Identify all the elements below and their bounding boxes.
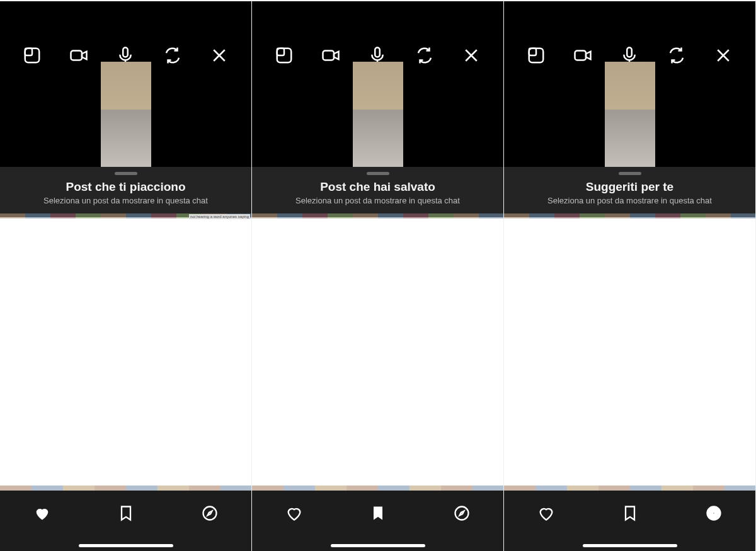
flip-camera-button[interactable] <box>155 38 190 73</box>
tab-saved[interactable] <box>94 494 158 532</box>
bookmark-icon <box>369 504 387 522</box>
video-call-area <box>252 1 503 168</box>
sheet-title: Post che hai salvato <box>252 180 503 194</box>
compass-icon <box>453 504 471 522</box>
tab-suggested[interactable] <box>430 494 493 532</box>
close-icon <box>462 46 481 65</box>
compass-icon <box>705 504 723 522</box>
video-call-area <box>504 1 755 168</box>
layout-button[interactable] <box>266 38 302 73</box>
pane-suggested-posts: Suggeriti per te Seleziona un post da mo… <box>504 0 756 551</box>
self-video-preview <box>101 62 151 168</box>
pane-liked-posts: Post che ti piacciono Seleziona un post … <box>0 0 252 551</box>
svg-point-16 <box>455 507 468 520</box>
svg-rect-2 <box>71 51 83 60</box>
home-indicator[interactable] <box>79 544 173 547</box>
bookmark-icon <box>117 504 135 522</box>
sheet-grabber[interactable] <box>367 172 389 175</box>
flip-icon <box>163 46 182 65</box>
sheet-subtitle: Seleziona un post da mostrare in questa … <box>504 196 755 205</box>
post-grid-bottom-sliver <box>504 486 755 491</box>
thumbnail-caption: not hearing a word anyones saying <box>189 214 250 219</box>
video-icon <box>573 46 592 65</box>
home-bar-bg <box>252 536 503 551</box>
sheet-tabbar <box>504 491 755 536</box>
layout-icon <box>527 46 546 65</box>
pane-saved-posts: Post che hai salvato Seleziona un post d… <box>252 0 504 551</box>
svg-point-7 <box>203 507 216 520</box>
bottom-sheet[interactable]: Post che ti piacciono Seleziona un post … <box>0 167 251 217</box>
heart-icon <box>285 504 303 522</box>
layout-button[interactable] <box>14 38 50 73</box>
home-bar-bg <box>504 536 755 551</box>
home-bar-bg <box>0 536 251 551</box>
close-icon <box>210 46 229 65</box>
bookmark-icon <box>621 504 639 522</box>
close-icon <box>714 46 733 65</box>
heart-icon <box>33 504 51 522</box>
video-button[interactable] <box>313 38 348 73</box>
sheet-grabber[interactable] <box>115 172 137 175</box>
close-button[interactable] <box>706 38 741 73</box>
post-grid-bottom-sliver <box>252 486 503 491</box>
layout-icon <box>23 46 42 65</box>
flip-icon <box>667 46 686 65</box>
layout-button[interactable] <box>518 38 554 73</box>
heart-icon <box>537 504 555 522</box>
video-icon <box>69 46 88 65</box>
video-button[interactable] <box>565 38 600 73</box>
sheet-title: Post che ti piacciono <box>0 180 251 194</box>
close-button[interactable] <box>202 38 237 73</box>
bottom-sheet[interactable]: Suggeriti per te Seleziona un post da mo… <box>504 167 755 217</box>
home-indicator[interactable] <box>583 544 677 547</box>
post-grid-top-sliver <box>504 213 755 219</box>
sheet-title: Suggeriti per te <box>504 180 755 194</box>
tab-liked[interactable] <box>11 494 74 532</box>
flip-camera-button[interactable] <box>407 38 442 73</box>
post-grid-bottom-sliver <box>0 486 251 491</box>
self-video-preview <box>605 62 655 168</box>
flip-camera-button[interactable] <box>659 38 694 73</box>
video-call-area <box>0 1 251 168</box>
compass-icon <box>201 504 219 522</box>
sheet-subtitle: Seleziona un post da mostrare in questa … <box>252 196 503 205</box>
tab-liked[interactable] <box>515 494 578 532</box>
tab-saved[interactable] <box>346 494 410 532</box>
video-button[interactable] <box>61 38 96 73</box>
post-grid[interactable] <box>0 219 251 491</box>
flip-icon <box>415 46 434 65</box>
home-indicator[interactable] <box>331 544 425 547</box>
close-button[interactable] <box>454 38 489 73</box>
svg-rect-12 <box>375 48 381 57</box>
svg-rect-21 <box>627 48 633 57</box>
layout-icon <box>275 46 294 65</box>
post-grid-top-sliver <box>252 213 503 219</box>
sheet-tabbar <box>0 491 251 536</box>
tab-saved[interactable] <box>598 494 662 532</box>
tab-suggested[interactable] <box>682 494 745 532</box>
bottom-sheet[interactable]: Post che hai salvato Seleziona un post d… <box>252 167 503 217</box>
svg-rect-11 <box>323 51 335 60</box>
svg-rect-3 <box>123 48 129 57</box>
self-video-preview <box>353 62 403 168</box>
sheet-grabber[interactable] <box>619 172 641 175</box>
svg-rect-20 <box>575 51 587 60</box>
svg-marker-8 <box>207 511 212 516</box>
svg-marker-17 <box>459 511 464 516</box>
sheet-subtitle: Seleziona un post da mostrare in questa … <box>0 196 251 205</box>
tab-liked[interactable] <box>263 494 326 532</box>
sheet-tabbar <box>252 491 503 536</box>
post-grid[interactable] <box>252 219 503 491</box>
video-icon <box>321 46 340 65</box>
tab-suggested[interactable] <box>178 494 241 532</box>
post-grid[interactable] <box>504 219 755 491</box>
